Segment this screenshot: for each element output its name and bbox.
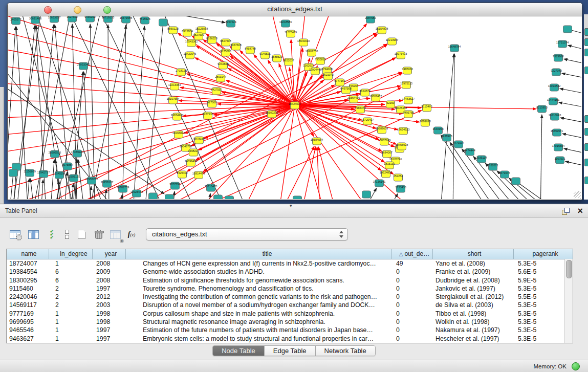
table-settings-icon[interactable] [8, 228, 21, 241]
cell-title[interactable]: Disruption of a novel member of a sodium… [126, 301, 392, 309]
table-row[interactable]: 1872400712008Changes of HCN gene express… [7, 259, 573, 268]
cell-pagerank[interactable]: 5.5E-5 [514, 293, 573, 301]
graph-node[interactable] [362, 191, 371, 198]
cell-name[interactable]: 9699695 [7, 318, 49, 326]
table-row[interactable]: 946554611997Estimation of the future num… [7, 326, 573, 334]
cell-in_degree[interactable]: 1 [49, 335, 93, 343]
cell-pagerank[interactable]: 5.3E-5 [514, 335, 573, 343]
cell-title[interactable]: Estimation of the future numbers of pati… [126, 326, 392, 334]
cell-name[interactable]: 9115460 [7, 285, 49, 293]
cell-out_degree[interactable]: 0 [392, 301, 433, 309]
cell-name[interactable]: 9777169 [7, 310, 49, 318]
cell-year[interactable]: 1998 [93, 318, 126, 326]
graph-edge[interactable] [540, 115, 542, 199]
tab-node-table[interactable]: Node Table [213, 346, 265, 356]
cell-in_degree[interactable]: 2 [49, 285, 93, 293]
cell-title[interactable]: Estimation of significance thresholds fo… [126, 276, 392, 285]
cell-name[interactable]: 22420046 [7, 293, 49, 301]
cell-year[interactable]: 1997 [93, 335, 126, 343]
close-panel-icon[interactable]: × [577, 205, 583, 216]
graph-node[interactable] [214, 195, 223, 199]
graph-node[interactable] [563, 26, 572, 33]
cell-year[interactable]: 1997 [93, 326, 126, 334]
graph-edge[interactable] [291, 39, 295, 105]
graph-edge[interactable] [78, 159, 85, 199]
graph-edge[interactable] [40, 180, 43, 199]
cell-out_degree[interactable]: 0 [392, 276, 433, 285]
cell-title[interactable]: Structural magnetic resonance image aver… [126, 318, 392, 326]
graph-edge[interactable] [277, 105, 295, 199]
cell-name[interactable]: 14569117 [7, 301, 49, 309]
graph-edge[interactable] [192, 36, 295, 105]
graph-edge[interactable] [450, 142, 503, 199]
graph-edge[interactable] [564, 148, 581, 155]
cell-pagerank[interactable]: 5.3E-5 [514, 301, 573, 309]
graph-edge[interactable] [564, 59, 581, 65]
graph-edge[interactable] [208, 193, 210, 199]
graph-node[interactable] [149, 193, 158, 199]
cell-short[interactable]: Wolkin et al. (1998) [433, 318, 514, 326]
table-row[interactable]: 911546021997Tourette syndrome. Phenomeno… [7, 285, 573, 293]
graph-edge[interactable] [565, 161, 581, 168]
graph-edge[interactable] [568, 46, 581, 52]
select-rows-icon[interactable]: ✓✓✓ [45, 228, 58, 241]
column-header-pagerank[interactable]: pagerank [514, 249, 573, 259]
graph-edge[interactable] [440, 54, 454, 199]
column-header-in_degree[interactable]: in_degree [49, 249, 93, 259]
column-header-short[interactable]: short [433, 249, 514, 259]
graph-node[interactable] [159, 19, 168, 26]
cell-short[interactable]: Franke et al. (2009) [433, 268, 514, 276]
cell-pagerank[interactable]: 5.3E-5 [514, 318, 573, 326]
cell-pagerank[interactable]: 5.3E-5 [514, 259, 573, 268]
cell-year[interactable]: 1997 [93, 285, 126, 293]
cell-name[interactable]: 9465546 [7, 326, 49, 334]
graph-edge[interactable] [560, 118, 581, 124]
tab-network-table[interactable]: Network Table [316, 346, 375, 356]
network-canvas[interactable]: 2405572306914061065325715276029466162107… [8, 16, 581, 199]
graph-edge[interactable] [122, 25, 126, 199]
cell-title[interactable]: Investigating the contribution of common… [126, 293, 392, 301]
scrollbar-thumb[interactable] [566, 260, 572, 278]
graph-node[interactable] [9, 169, 18, 177]
cell-title[interactable]: Tourette syndrome. Phenomenology and cla… [126, 285, 392, 293]
delete-table-icon[interactable] [92, 228, 105, 241]
cell-out_degree[interactable]: 0 [392, 326, 433, 334]
cell-in_degree[interactable]: 1 [49, 326, 93, 334]
cell-title[interactable]: Embryonic stem cells: a model to study s… [126, 335, 392, 343]
memory-indicator-icon[interactable] [572, 362, 580, 370]
cell-name[interactable]: 18300295 [7, 276, 49, 285]
cell-pagerank[interactable]: 5.3E-5 [514, 310, 573, 318]
cell-pagerank[interactable]: 5.6E-5 [514, 268, 573, 276]
cell-short[interactable]: Yano et al. (2008) [433, 259, 514, 268]
cell-pagerank[interactable]: 5.3E-5 [514, 285, 573, 293]
column-header-out_degree[interactable]: △out_de… [392, 249, 433, 259]
graph-node[interactable] [165, 194, 174, 199]
cell-out_degree[interactable]: 0 [392, 293, 433, 301]
cell-short[interactable]: Hescheler et al. (1997) [433, 335, 514, 343]
cell-short[interactable]: Jankovic et al. (1997) [433, 285, 514, 293]
graph-edge[interactable] [277, 146, 314, 199]
table-row[interactable]: 1456911722003Disruption of a novel membe… [7, 301, 573, 309]
cell-year[interactable]: 1998 [93, 310, 126, 318]
cell-in_degree[interactable]: 1 [49, 310, 93, 318]
cell-title[interactable]: Changes of HCN gene expression and I(f) … [126, 259, 392, 268]
cell-pagerank[interactable]: 5.9E-5 [514, 276, 573, 285]
graph-node[interactable] [225, 196, 234, 199]
table-row[interactable]: 946362711997Embryonic stem cells: a mode… [7, 335, 573, 343]
network-view-window[interactable]: citations_edges.txt 24055723069140610653… [7, 3, 582, 200]
column-header-year[interactable]: year [93, 249, 126, 259]
cell-in_degree[interactable]: 2 [49, 293, 93, 301]
window-titlebar[interactable]: citations_edges.txt [8, 3, 582, 16]
graph-edge[interactable] [90, 24, 95, 199]
show-columns-icon[interactable] [27, 228, 40, 241]
graph-edge[interactable] [453, 54, 454, 199]
cell-year[interactable]: 2008 [93, 276, 126, 285]
cell-title[interactable]: Genome-wide association studies in ADHD. [126, 268, 392, 276]
cell-out_degree[interactable]: 0 [392, 335, 433, 343]
table-row[interactable]: 977716911998Corpus callosum shape and si… [7, 310, 573, 318]
graph-edge[interactable] [560, 89, 581, 95]
table-row[interactable]: 1938455462009Genome-wide association stu… [7, 268, 573, 276]
cell-in_degree[interactable]: 6 [49, 268, 93, 276]
graph-edge[interactable] [559, 102, 581, 109]
graph-edge[interactable] [295, 105, 390, 158]
